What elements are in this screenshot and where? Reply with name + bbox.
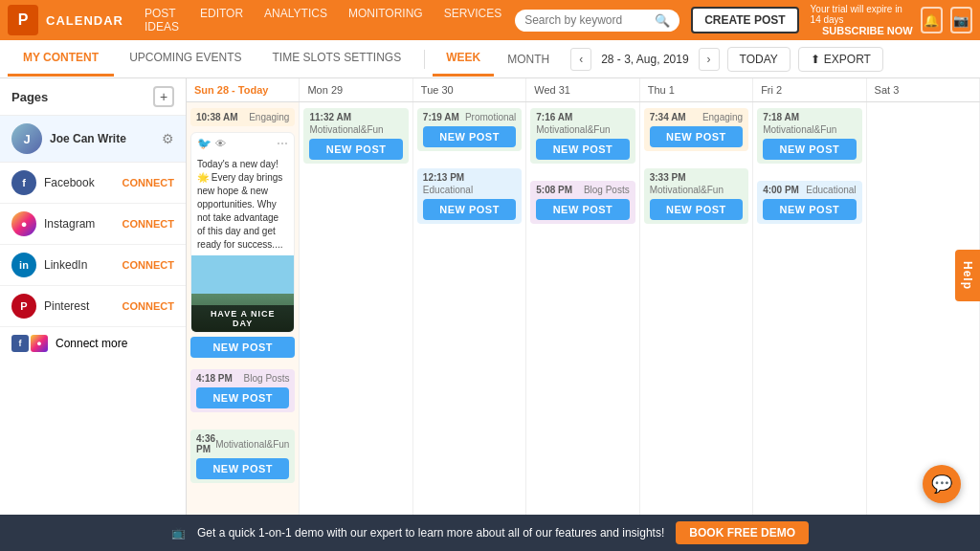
pinterest-icon: P <box>11 294 36 319</box>
app-title: CALENDAR <box>46 13 123 28</box>
nav-links: POST IDEAS EDITOR ANALYTICS MONITORING S… <box>135 3 511 37</box>
day-cell-sun28: 10:38 AM Engaging 🐦 👁 ⋯ Today's a new da… <box>187 102 300 551</box>
event-type: Engaging <box>249 112 289 122</box>
event-fri2-2: 4:00 PM Educational NEW POST <box>757 181 861 224</box>
bell-icon[interactable]: 🔔 <box>921 7 943 33</box>
pinterest-connect-btn[interactable]: CONNECT <box>122 300 174 312</box>
next-arrow[interactable]: › <box>699 48 720 71</box>
today-button[interactable]: TODAY <box>727 47 791 72</box>
date-range: 28 - 3, Aug, 2019 <box>593 53 696 66</box>
book-demo-button[interactable]: BOOK FREE DEMO <box>676 521 809 544</box>
search-box[interactable]: 🔍 <box>515 10 679 32</box>
pages-label: Pages <box>11 90 48 104</box>
more-btn[interactable]: ⋯ <box>277 137 288 150</box>
export-label: EXPORT <box>824 53 871 66</box>
new-post-button-thu1-1[interactable]: NEW POST <box>650 126 743 147</box>
event-time: 11:32 AM <box>309 112 351 122</box>
trial-text: Your trial will expire in 14 days <box>811 4 913 25</box>
help-button[interactable]: Help <box>955 250 980 301</box>
tab-time-slots[interactable]: TIME SLOTS SETTINGS <box>256 41 416 77</box>
event-thu1-2: 3:33 PM Motivational&Fun NEW POST <box>644 168 748 224</box>
event-type: Educational <box>423 185 473 195</box>
connect-more[interactable]: f ● Connect more <box>0 327 186 360</box>
nav-analytics[interactable]: ANALYTICS <box>255 3 337 37</box>
connect-more-label: Connect more <box>56 337 127 350</box>
create-post-button[interactable]: CREATE POST <box>691 7 798 33</box>
post-preview-image: HAVE A NICE DAY <box>191 255 294 332</box>
event-time: 7:19 AM <box>423 112 459 122</box>
day-header-thu: Thu 1 <box>640 78 753 101</box>
new-post-button-fri2-2[interactable]: NEW POST <box>763 199 856 220</box>
event-type: Blog Posts <box>244 373 290 384</box>
sidebar-item-facebook[interactable]: f Facebook CONNECT <box>0 163 186 204</box>
linkedin-connect-btn[interactable]: CONNECT <box>122 259 174 271</box>
add-page-button[interactable]: + <box>153 86 174 107</box>
tab-upcoming-events[interactable]: UPCOMING EVENTS <box>114 41 256 77</box>
post-preview-header: 🐦 👁 ⋯ <box>191 133 294 154</box>
main-layout: Pages + J Joe Can Write ⚙ f Facebook CON… <box>0 78 980 551</box>
prev-arrow[interactable]: ‹ <box>570 48 591 71</box>
new-post-button-mon29-1[interactable]: NEW POST <box>309 139 402 160</box>
instagram-connect-btn[interactable]: CONNECT <box>122 218 174 230</box>
camera-icon[interactable]: 📷 <box>950 7 972 33</box>
new-post-button-sun28-3[interactable]: NEW POST <box>196 458 289 479</box>
sidebar-item-linkedin[interactable]: in LinkedIn CONNECT <box>0 245 186 286</box>
new-post-button-sun28-2[interactable]: NEW POST <box>196 387 289 408</box>
new-post-button-fri2-1[interactable]: NEW POST <box>763 139 856 160</box>
new-post-button-sun28-1[interactable]: NEW POST <box>190 337 295 358</box>
export-icon: ⬆ <box>811 53 820 66</box>
search-input[interactable] <box>524 13 649 27</box>
tab-month[interactable]: MONTH <box>494 43 563 76</box>
calendar-area: Sun 28 - Today Mon 29 Tue 30 Wed 31 Thu … <box>187 78 980 551</box>
export-button[interactable]: ⬆ EXPORT <box>798 47 883 72</box>
logo[interactable]: P <box>8 5 38 35</box>
facebook-connect-btn[interactable]: CONNECT <box>122 177 174 188</box>
new-post-button-tue30-1[interactable]: NEW POST <box>423 126 516 147</box>
user-name: Joe Can Write <box>50 132 154 145</box>
chat-bubble[interactable]: 💬 <box>923 465 961 503</box>
day-header-tue: Tue 30 <box>413 78 526 101</box>
sidebar-item-pinterest[interactable]: P Pinterest CONNECT <box>0 286 186 327</box>
subscribe-link[interactable]: SUBSCRIBE NOW <box>822 25 913 36</box>
event-mon29-1: 11:32 AM Motivational&Fun NEW POST <box>303 108 408 164</box>
twitter-icon: 🐦 <box>197 137 212 150</box>
event-time: 12:13 PM <box>423 172 464 183</box>
nav-arrows: ‹ 28 - 3, Aug, 2019 › <box>570 48 719 71</box>
event-time: 5:08 PM <box>536 185 572 195</box>
event-time: 3:33 PM <box>650 172 686 183</box>
nav-editor[interactable]: EDITOR <box>190 3 253 37</box>
event-tue30-1: 7:19 AM Promotional NEW POST <box>417 108 522 151</box>
event-sun28-1: 10:38 AM Engaging <box>190 108 295 126</box>
new-post-button-tue30-2[interactable]: NEW POST <box>423 199 516 220</box>
day-cell-thu1: 7:34 AM Engaging NEW POST 3:33 PM Motiva… <box>640 102 753 551</box>
tab-my-content[interactable]: MY CONTENT <box>8 41 114 77</box>
tabs-row: MY CONTENT UPCOMING EVENTS TIME SLOTS SE… <box>0 40 980 78</box>
pinterest-label: Pinterest <box>44 299 115 313</box>
banner-text: Get a quick 1-on-1 demo with our expert … <box>197 526 664 540</box>
sidebar-item-instagram[interactable]: ● Instagram CONNECT <box>0 204 186 245</box>
day-headers: Sun 28 - Today Mon 29 Tue 30 Wed 31 Thu … <box>187 78 980 102</box>
new-post-button-wed31-2[interactable]: NEW POST <box>536 199 629 220</box>
mini-instagram-icon: ● <box>31 335 48 352</box>
tab-week[interactable]: WEEK <box>433 41 494 77</box>
nav-services[interactable]: SERVICES <box>434 3 511 37</box>
new-post-button-wed31-1[interactable]: NEW POST <box>536 139 629 160</box>
linkedin-label: LinkedIn <box>44 258 115 272</box>
linkedin-icon: in <box>11 253 36 277</box>
nav-monitoring[interactable]: MONITORING <box>339 3 433 37</box>
event-type: Motivational&Fun <box>215 439 289 450</box>
event-time: 7:34 AM <box>650 112 686 122</box>
event-type: Motivational&Fun <box>763 124 836 135</box>
nav-post-ideas[interactable]: POST IDEAS <box>135 3 189 37</box>
day-header-sat: Sat 3 <box>867 78 980 101</box>
day-cell-tue30: 7:19 AM Promotional NEW POST 12:13 PM Ed… <box>413 102 526 551</box>
day-header-sun: Sun 28 - Today <box>187 78 300 101</box>
top-nav: P CALENDAR POST IDEAS EDITOR ANALYTICS M… <box>0 0 980 40</box>
event-type: Motivational&Fun <box>536 124 610 135</box>
gear-icon[interactable]: ⚙ <box>162 131 174 146</box>
event-type: Educational <box>806 185 856 195</box>
new-post-button-thu1-2[interactable]: NEW POST <box>650 199 743 220</box>
day-header-fri: Fri 2 <box>753 78 866 101</box>
event-time: 4:36 PM <box>196 433 215 454</box>
event-wed31-1: 7:16 AM Motivational&Fun NEW POST <box>530 108 635 164</box>
